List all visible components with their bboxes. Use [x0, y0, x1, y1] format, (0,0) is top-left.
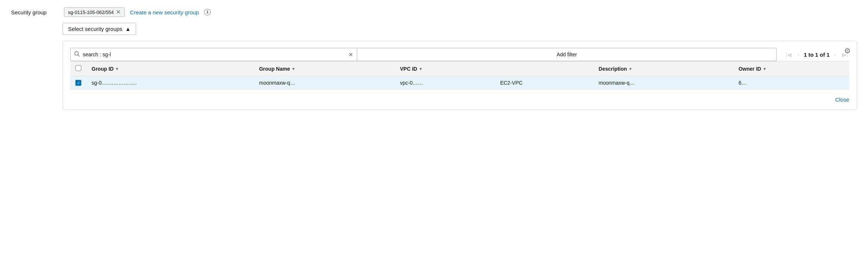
sg-tag-value: sg-0115-105-062/554 — [68, 10, 114, 15]
add-filter-label: Add filter — [556, 52, 577, 57]
vpc-id-sort-icon[interactable]: ▼ — [419, 67, 423, 71]
select-all-checkbox[interactable] — [75, 65, 81, 71]
row-checkbox[interactable]: ✓ — [75, 80, 81, 86]
svg-line-1 — [78, 55, 79, 56]
next-page-button[interactable]: › — [833, 50, 837, 59]
security-groups-table: Group ID ▼ Group Name ▼ VPC ID ▼ — [70, 61, 849, 90]
select-btn-label: Select security groups — [68, 26, 122, 32]
description-sort-icon[interactable]: ▼ — [629, 67, 633, 71]
th-extra — [495, 61, 594, 76]
first-page-button[interactable]: |◀ — [784, 50, 793, 59]
owner-id-sort-icon[interactable]: ▼ — [762, 67, 766, 71]
pagination-text: 1 to 1 of 1 — [804, 52, 830, 58]
sg-tag-close-icon[interactable]: ✕ — [116, 9, 121, 15]
row-extra: EC2-VPC — [495, 76, 594, 90]
close-link[interactable]: Close — [835, 96, 849, 103]
th-group-name: Group Name ▼ — [254, 61, 395, 76]
th-vpc-id: VPC ID ▼ — [395, 61, 495, 76]
row-owner-id: 6… — [733, 76, 849, 90]
th-description: Description ▼ — [594, 61, 733, 76]
toolbar: ✕ Add filter |◀ ‹ 1 to 1 of 1 › ▶| — [70, 48, 849, 61]
prev-page-icon: ‹ — [797, 51, 799, 57]
group-id-sort-icon[interactable]: ▼ — [115, 67, 119, 71]
search-clear-icon[interactable]: ✕ — [348, 51, 353, 58]
add-filter-button[interactable]: Add filter — [357, 48, 777, 61]
next-page-icon: › — [834, 51, 836, 57]
th-owner-id: Owner ID ▼ — [733, 61, 849, 76]
row-checkbox-cell: ✓ — [70, 76, 86, 90]
security-groups-panel: ⚙ ✕ Add filter |◀ ‹ 1 to 1 of 1 — [63, 41, 857, 110]
select-security-groups-button[interactable]: Select security groups ▲ — [63, 23, 136, 35]
gear-icon: ⚙ — [844, 47, 851, 55]
row-group-name: moonmaxw-q… — [254, 76, 395, 90]
row-description: moonmaxw-q… — [594, 76, 733, 90]
security-group-label: Security group — [11, 9, 59, 15]
th-checkbox — [70, 61, 86, 76]
search-icon — [74, 51, 80, 58]
pagination: |◀ ‹ 1 to 1 of 1 › ▶| — [777, 50, 849, 59]
row-vpc-id: vpc-0…… — [395, 76, 495, 90]
search-input[interactable] — [83, 52, 346, 57]
create-security-group-link[interactable]: Create a new security group — [130, 9, 199, 15]
search-bar: ✕ — [70, 48, 357, 61]
gear-button[interactable]: ⚙ — [844, 46, 851, 55]
table-row[interactable]: ✓ sg-0…….………….. moonmaxw-q… vpc-0…… EC2-… — [70, 76, 849, 90]
info-icon[interactable]: ℹ — [204, 9, 211, 15]
sg-tag: sg-0115-105-062/554 ✕ — [64, 7, 125, 17]
group-name-sort-icon[interactable]: ▼ — [292, 67, 296, 71]
row-group-id: sg-0…….………….. — [86, 76, 254, 90]
th-group-id: Group ID ▼ — [86, 61, 254, 76]
select-btn-arrow-icon: ▲ — [125, 26, 131, 32]
prev-page-button[interactable]: ‹ — [796, 50, 801, 59]
first-page-icon: |◀ — [786, 52, 791, 58]
